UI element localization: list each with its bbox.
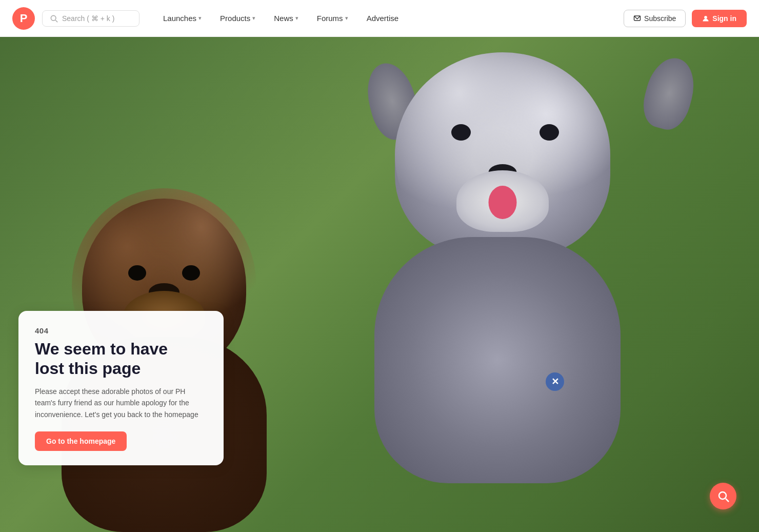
search-placeholder: Search ( ⌘ + k ): [62, 14, 114, 23]
nav-item-products[interactable]: Products ▾: [212, 10, 264, 27]
search-icon: [717, 490, 729, 502]
dog-collar-badge: ✕: [546, 372, 564, 391]
dog-right-ear-right: [637, 53, 701, 134]
svg-point-3: [705, 16, 708, 19]
svg-point-4: [719, 492, 726, 499]
dog-right-container: ✕: [364, 47, 692, 483]
dog-right-torso: ✕: [374, 237, 621, 483]
chevron-down-icon: ▾: [295, 15, 298, 22]
nav-label-news: News: [274, 14, 293, 23]
mail-icon: [633, 14, 641, 22]
error-heading-line2: lost this page: [35, 359, 141, 378]
signin-label: Sign in: [712, 14, 736, 23]
main-nav: Launches ▾ Products ▾ News ▾ Forums ▾ Ad…: [155, 10, 624, 27]
dog-right-tongue: [489, 186, 517, 219]
dog-right-snout: [456, 170, 549, 232]
nav-label-launches: Launches: [163, 14, 196, 23]
logo[interactable]: P: [12, 7, 35, 30]
chevron-down-icon: ▾: [345, 15, 348, 22]
badge-cross-icon: ✕: [551, 377, 559, 386]
subscribe-label: Subscribe: [644, 14, 676, 23]
error-heading-line1: We seem to have: [35, 340, 168, 358]
hero-background: ✕ 404 We seem to have lost this page Ple…: [0, 37, 759, 532]
nav-item-news[interactable]: News ▾: [266, 10, 307, 27]
homepage-button-label: Go to the homepage: [46, 437, 115, 445]
chevron-down-icon: ▾: [252, 15, 255, 22]
floating-search-button[interactable]: [710, 483, 736, 509]
dog-right-eye-left: [451, 124, 471, 141]
nav-label-forums: Forums: [317, 14, 343, 23]
logo-letter: P: [20, 12, 28, 25]
search-box[interactable]: Search ( ⌘ + k ): [42, 10, 139, 27]
header-actions: Subscribe Sign in: [624, 10, 747, 27]
nav-item-forums[interactable]: Forums ▾: [309, 10, 356, 27]
error-heading: We seem to have lost this page: [35, 339, 207, 379]
svg-point-0: [51, 15, 56, 21]
error-code: 404: [35, 326, 207, 335]
search-icon: [50, 14, 58, 23]
user-icon: [702, 15, 709, 22]
error-description: Please accept these adorable photos of o…: [35, 386, 207, 420]
dog-left-eye-right: [182, 265, 200, 281]
dog-left-eye-left: [128, 265, 146, 281]
signin-button[interactable]: Sign in: [692, 10, 747, 27]
nav-label-products: Products: [220, 14, 250, 23]
dog-right-head: [395, 52, 610, 258]
site-header: P Search ( ⌘ + k ) Launches ▾ Products ▾…: [0, 0, 759, 37]
homepage-button[interactable]: Go to the homepage: [35, 431, 127, 451]
subscribe-button[interactable]: Subscribe: [624, 10, 686, 27]
svg-line-5: [726, 499, 729, 502]
dog-right-eye-right: [540, 124, 559, 141]
error-card: 404 We seem to have lost this page Pleas…: [18, 311, 224, 465]
dog-right: ✕: [297, 37, 759, 532]
nav-item-launches[interactable]: Launches ▾: [155, 10, 210, 27]
svg-line-1: [55, 20, 57, 22]
nav-item-advertise[interactable]: Advertise: [358, 10, 407, 27]
chevron-down-icon: ▾: [198, 15, 202, 22]
nav-label-advertise: Advertise: [367, 14, 399, 23]
